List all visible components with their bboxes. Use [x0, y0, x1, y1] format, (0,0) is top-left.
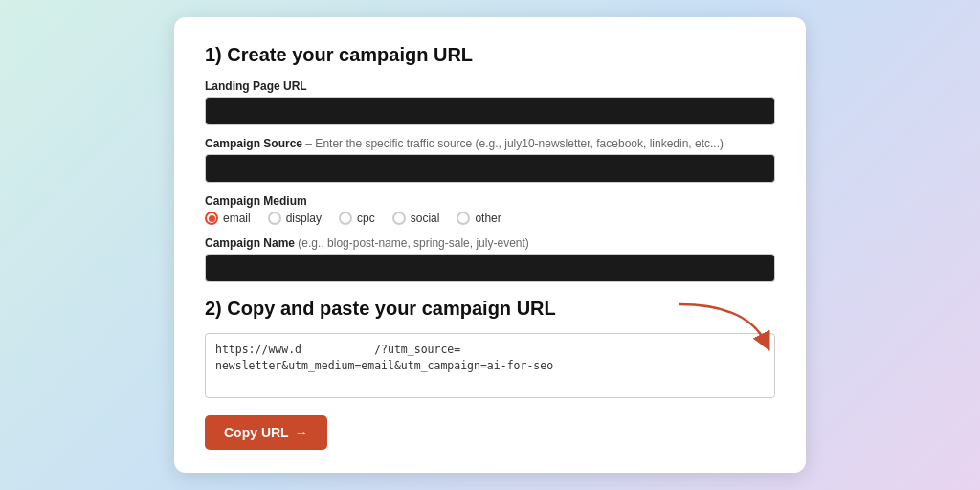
campaign-medium-label: Campaign Medium	[205, 194, 775, 208]
campaign-medium-radio-group: email display cpc social other	[205, 212, 775, 225]
copy-url-label: Copy URL	[224, 425, 289, 440]
radio-cpc-label: cpc	[357, 212, 375, 225]
landing-page-url-group: Landing Page URL	[205, 79, 775, 125]
radio-cpc-circle	[339, 212, 352, 225]
campaign-medium-group: Campaign Medium email display cpc social	[205, 194, 775, 225]
campaign-name-group: Campaign Name (e.g., blog-post-name, spr…	[205, 236, 775, 282]
main-card: 1) Create your campaign URL Landing Page…	[174, 17, 806, 473]
radio-cpc[interactable]: cpc	[339, 212, 375, 225]
radio-email-circle	[205, 212, 218, 225]
section-2-title: 2) Copy and paste your campaign URL	[205, 298, 775, 320]
landing-page-url-input[interactable]	[205, 97, 775, 125]
radio-email[interactable]: email	[205, 212, 251, 225]
radio-other[interactable]: other	[457, 212, 501, 225]
radio-social[interactable]: social	[392, 212, 440, 225]
copy-url-button[interactable]: Copy URL →	[205, 415, 327, 450]
campaign-name-input[interactable]	[205, 254, 775, 282]
campaign-name-label-main: Campaign Name	[205, 236, 295, 250]
radio-social-circle	[392, 212, 406, 225]
campaign-name-hint: (e.g., blog-post-name, spring-sale, july…	[295, 236, 529, 250]
campaign-name-label: Campaign Name (e.g., blog-post-name, spr…	[205, 236, 775, 250]
campaign-source-label: Campaign Source – Enter the specific tra…	[205, 137, 775, 150]
campaign-source-hint: – Enter the specific traffic source (e.g…	[302, 137, 724, 150]
section-2: 2) Copy and paste your campaign URL http…	[205, 298, 775, 450]
radio-other-label: other	[475, 212, 501, 225]
campaign-source-input[interactable]	[205, 154, 775, 183]
campaign-source-group: Campaign Source – Enter the specific tra…	[205, 137, 775, 183]
section-1: 1) Create your campaign URL Landing Page…	[205, 44, 775, 282]
radio-display-label: display	[286, 212, 322, 225]
campaign-source-label-main: Campaign Source	[205, 137, 302, 150]
radio-email-label: email	[223, 212, 251, 225]
generated-url-textarea[interactable]: https://www.d /?utm_source= newsletter&u…	[205, 333, 775, 398]
radio-display[interactable]: display	[268, 212, 322, 225]
section-1-title: 1) Create your campaign URL	[205, 44, 775, 66]
copy-url-arrow: →	[295, 425, 308, 440]
landing-page-url-label: Landing Page URL	[205, 79, 775, 93]
radio-social-label: social	[411, 212, 440, 225]
url-area-wrapper: https://www.d /?utm_source= newsletter&u…	[205, 333, 775, 402]
radio-other-circle	[457, 212, 470, 225]
radio-display-circle	[268, 212, 281, 225]
